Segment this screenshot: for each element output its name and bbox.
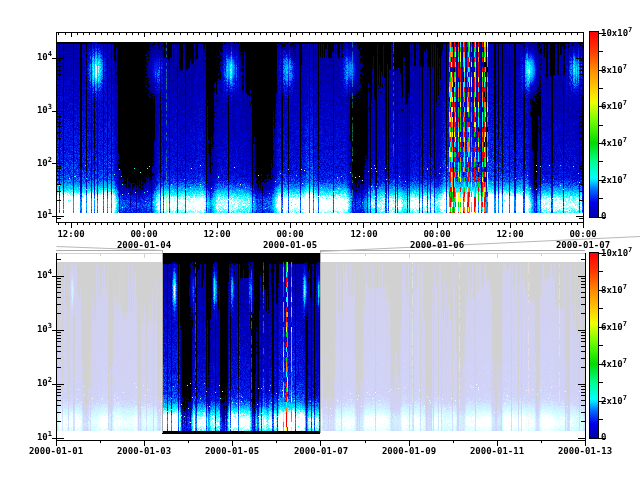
top-x-tick-label: 12:00 (496, 229, 523, 240)
colorbar-tick-label: 0 (601, 211, 606, 221)
colorbar-tick-label: 0 (601, 432, 606, 442)
bottom-x-tick-label: 2000-01-03 (117, 446, 171, 457)
colorbar-tick-label: 4x107 (601, 138, 627, 148)
selection-region[interactable] (162, 250, 321, 434)
bottom-y-tick-label: 102 (18, 378, 52, 389)
colorbar-tick-label: 10x107 (601, 248, 632, 258)
top-x-tick-label: 12:00 (203, 229, 230, 240)
bottom-x-tick-label: 2000-01-07 (294, 446, 348, 457)
colorbar-tick-label: 8x107 (601, 285, 627, 295)
bottom-x-tick-label: 2000-01-11 (470, 446, 524, 457)
bottom-x-tick-label: 2000-01-01 (29, 446, 83, 457)
top-x-tick-label: 00:002000-01-05 (263, 229, 317, 251)
figure: 104 103 102 101 104 103 102 101 12:00 00… (0, 0, 640, 480)
colorbar-tick-label: 4x107 (601, 359, 627, 369)
bottom-x-tick-label: 2000-01-05 (205, 446, 259, 457)
bottom-y-tick-label: 103 (18, 324, 52, 335)
top-x-tick-label: 00:002000-01-04 (117, 229, 171, 251)
top-panel-plot[interactable] (56, 32, 584, 223)
colorbar-tick-label: 6x107 (601, 101, 627, 111)
colorbar-tick-label: 6x107 (601, 322, 627, 332)
top-y-tick-label: 103 (18, 105, 52, 116)
bottom-panel-plot[interactable] (56, 253, 586, 441)
colorbar-tick-label: 10x107 (601, 28, 632, 38)
bottom-y-tick-label: 104 (18, 270, 52, 281)
top-x-tick-label: 12:00 (350, 229, 377, 240)
top-y-tick-label: 101 (18, 210, 52, 221)
bottom-x-tick-label: 2000-01-09 (382, 446, 436, 457)
top-y-tick-label: 104 (18, 52, 52, 63)
top-x-tick-label: 00:002000-01-06 (410, 229, 464, 251)
top-x-tick-label: 12:00 (57, 229, 84, 240)
colorbar-tick-label: 8x107 (601, 65, 627, 75)
bottom-x-tick-label: 2000-01-13 (558, 446, 612, 457)
colorbar-tick-label: 2x107 (601, 175, 627, 185)
top-y-tick-label: 102 (18, 158, 52, 169)
bottom-y-tick-label: 101 (18, 432, 52, 443)
colorbar-tick-label: 2x107 (601, 396, 627, 406)
colorbar-bottom (589, 252, 599, 439)
colorbar-top (589, 31, 599, 218)
